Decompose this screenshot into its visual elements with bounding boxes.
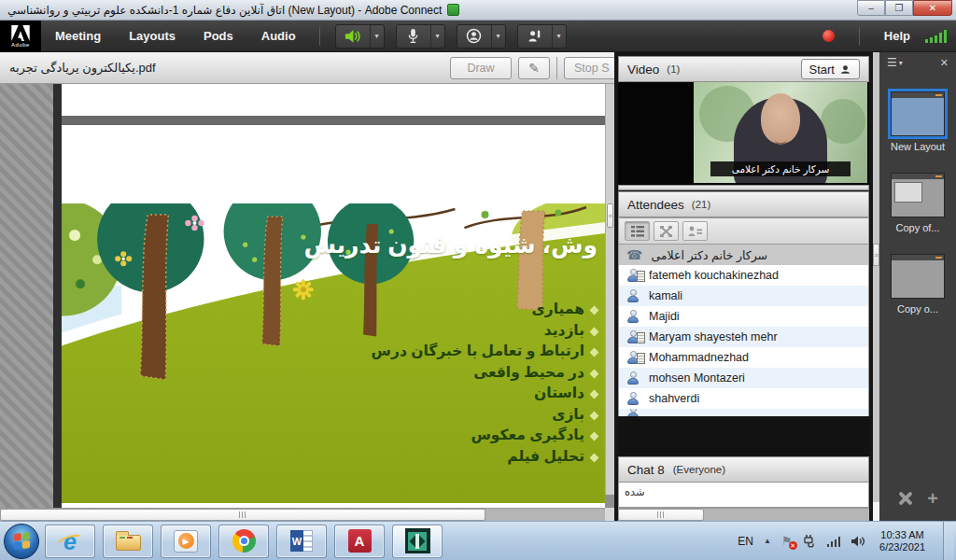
attendee-list-view-button[interactable] [625, 221, 650, 241]
show-desktop-button[interactable] [943, 522, 954, 560]
internet-explorer-button[interactable]: e [45, 525, 95, 558]
webcam-dropdown[interactable]: ▾ [491, 25, 505, 48]
attendees-pod-header: Attendees (21) [618, 191, 869, 217]
layouts-panel: ☰ ▾ ✕ New Layout Copy of... Copy o... + [879, 52, 956, 521]
status-dropdown[interactable]: ▾ [552, 25, 566, 48]
start-label: Start [809, 63, 835, 77]
video-count: (1) [667, 63, 680, 75]
bullet-marker-icon [590, 390, 599, 399]
layout-thumbnail-copy-o[interactable] [891, 254, 945, 299]
chat-horizontal-scrollbar[interactable] [618, 508, 869, 521]
slide-bullet: بازی [372, 404, 598, 426]
vertical-scroll-thumb[interactable]: ≡ [873, 244, 879, 266]
layouts-panel-footer: + [897, 489, 938, 508]
menubar-separator [859, 27, 860, 46]
chevron-down-icon: ▾ [436, 32, 440, 40]
attendee-row[interactable]: mohsen Montazeri [619, 368, 868, 388]
share-pod: یکیالکترون یریادگی تجربه.pdf Draw ✎ Stop… [0, 52, 614, 521]
speaker-dropdown[interactable]: ▾ [370, 25, 384, 48]
attendee-row[interactable]: Maryam shayesteh mehr [619, 327, 868, 347]
layout-thumbnail-new-layout[interactable] [891, 91, 945, 136]
network-plug-icon[interactable] [803, 535, 817, 548]
language-indicator[interactable]: EN [738, 535, 753, 548]
word-button[interactable]: W [276, 525, 327, 558]
attendee-row[interactable]: kamali [619, 286, 868, 306]
help-menu[interactable]: Help [884, 29, 910, 43]
webcam-button[interactable] [457, 25, 491, 48]
stop-sharing-button[interactable]: Stop S [564, 57, 614, 79]
volume-icon[interactable] [851, 535, 865, 548]
speaker-button[interactable] [336, 25, 370, 48]
raise-hand-button[interactable] [518, 25, 552, 48]
menu-layouts[interactable]: Layouts [115, 29, 190, 43]
draw-button[interactable]: Draw [450, 57, 512, 79]
start-webcam-button[interactable]: Start [801, 59, 860, 79]
attendee-name: Maryam shayesteh mehr [649, 330, 778, 343]
folder-icon [116, 535, 141, 551]
menu-audio[interactable]: Audio [247, 29, 310, 43]
attendee-row[interactable]: ☎ سرکار خانم دکتر اعلامی [619, 245, 868, 265]
bullet-marker-icon [590, 453, 599, 462]
attendee-status-view-button[interactable] [682, 221, 708, 241]
tray-expand-icon[interactable]: ▲ [764, 537, 771, 545]
attendee-row[interactable]: Mohammadnezhad [619, 347, 868, 368]
thumbnail-accent [935, 94, 942, 96]
layout-label[interactable]: Copy of... [895, 222, 939, 233]
layout-thumbnail-copy-of[interactable] [891, 173, 945, 217]
close-icon: ✕ [929, 4, 936, 13]
attendee-row-partial[interactable] [619, 409, 868, 416]
adobe-logo-icon [11, 25, 30, 41]
horizontal-scroll-thumb[interactable] [618, 509, 704, 521]
taskbar-clock[interactable]: 10:33 AM 6/23/2021 [876, 529, 925, 553]
menu-pods[interactable]: Pods [190, 29, 247, 43]
document-margin [0, 84, 53, 508]
adobe-reader-button[interactable]: A [334, 525, 385, 558]
windows-explorer-button[interactable] [103, 525, 153, 558]
column-vertical-scrollbar[interactable]: ≡ [873, 52, 879, 521]
breakout-view-button[interactable] [654, 221, 679, 241]
slide-bullet: داستان [372, 383, 598, 404]
thumbnail-accent [935, 257, 942, 259]
start-button[interactable] [4, 524, 39, 559]
minimize-button[interactable]: – [857, 0, 885, 16]
adobe-reader-icon: A [348, 529, 372, 553]
document-horizontal-scrollbar[interactable] [0, 508, 614, 521]
attendee-row[interactable]: fatemeh kouchakinezhad [619, 265, 868, 286]
video-pod-resize-bar[interactable] [618, 185, 869, 190]
slide-bullet: بازدید [372, 320, 598, 342]
adobe-connect-window-icon [447, 4, 459, 16]
slide-bullet: یادگیری معکوس [372, 425, 598, 446]
attendee-name: سرکار خانم دکتر اعلامی [651, 248, 767, 262]
media-player-button[interactable]: ▶ [161, 525, 211, 558]
document-vertical-scrollbar[interactable]: ≡ [605, 84, 614, 495]
attendee-row[interactable]: Majidi [619, 306, 868, 327]
horizontal-scroll-thumb[interactable] [0, 509, 485, 521]
status-control: ▾ [517, 24, 567, 49]
scrollbar-end [873, 502, 879, 521]
manage-layouts-icon[interactable] [897, 491, 912, 506]
attendee-row[interactable]: shahverdi [619, 388, 868, 409]
person-mobile-icon [626, 330, 640, 343]
speaker-control: ▾ [335, 24, 385, 49]
adobe-connect-button[interactable] [392, 525, 443, 558]
connection-status-icon[interactable] [925, 30, 947, 43]
layout-label[interactable]: New Layout [891, 141, 945, 152]
layouts-menu-button[interactable]: ☰ ▾ [887, 56, 903, 69]
adobe-logo: Adobe [0, 21, 41, 52]
microphone-button[interactable] [397, 25, 430, 48]
thumbnail-inner-window [894, 182, 922, 203]
layouts-close-button[interactable]: ✕ [940, 57, 949, 69]
pencil-tool-button[interactable]: ✎ [518, 57, 550, 79]
signal-strength-icon[interactable] [827, 536, 841, 547]
microphone-dropdown[interactable]: ▾ [430, 25, 444, 48]
close-button[interactable]: ✕ [913, 0, 952, 16]
menu-meeting[interactable]: Meeting [41, 29, 115, 43]
attendee-name: fatemeh kouchakinezhad [649, 269, 779, 282]
layout-label[interactable]: Copy o... [897, 303, 938, 315]
action-center-icon[interactable]: ⚑ ✕ [781, 535, 793, 547]
chrome-button[interactable] [218, 525, 269, 558]
chat-message-area[interactable]: شده [618, 483, 869, 508]
add-layout-button[interactable]: + [927, 489, 938, 508]
restore-button[interactable]: ❐ [885, 0, 913, 16]
vertical-scroll-thumb[interactable]: ≡ [607, 203, 613, 228]
